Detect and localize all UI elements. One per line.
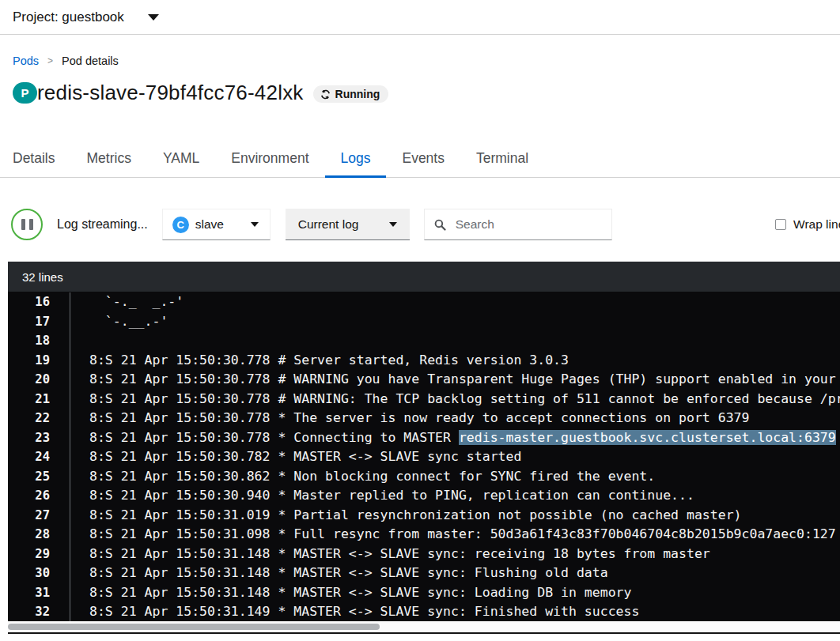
log-line-text: 8:S 21 Apr 15:50:31.148 * MASTER <-> SLA…: [70, 583, 840, 603]
log-line-number: 16: [8, 292, 50, 312]
log-controls: Log streaming... C slave Current log Wra…: [0, 209, 840, 240]
log-body: 16 `-._ _.-'17 `-.__.-'18198:S 21 Apr 15…: [8, 292, 840, 621]
container-select-value: slave: [195, 217, 224, 232]
log-line: 18: [8, 331, 840, 351]
magnifier-icon: [434, 219, 446, 231]
breadcrumb: Pods > Pod details: [0, 35, 840, 68]
log-line-number: 31: [8, 583, 50, 603]
log-line-text: 8:S 21 Apr 15:50:30.778 # WARNING: The T…: [70, 390, 840, 409]
sync-arrows-icon: [320, 89, 331, 100]
log-line-text: 8:S 21 Apr 15:50:31.019 * Partial resync…: [70, 506, 840, 526]
log-type-select-value: Current log: [298, 217, 359, 232]
log-line-number: 30: [8, 564, 50, 583]
log-line-number: 19: [8, 351, 50, 371]
log-line: 298:S 21 Apr 15:50:31.148 * MASTER <-> S…: [8, 545, 840, 564]
caret-down-icon: [251, 222, 259, 227]
log-line: 258:S 21 Apr 15:50:30.862 * Non blocking…: [8, 467, 840, 487]
log-line: 288:S 21 Apr 15:50:31.098 * Full resync …: [8, 525, 840, 545]
tab-metrics[interactable]: Metrics: [71, 140, 147, 178]
log-line-text: 8:S 21 Apr 15:50:30.778 * Connecting to …: [70, 428, 840, 448]
wrap-lines-checkbox[interactable]: [775, 219, 786, 230]
log-line: 308:S 21 Apr 15:50:31.148 * MASTER <-> S…: [8, 564, 840, 583]
log-viewer-header: 32 lines: [8, 262, 840, 292]
log-line: 248:S 21 Apr 15:50:30.782 * MASTER <-> S…: [8, 447, 840, 467]
log-search-highlight: redis-master.guestbook.svc.clusterset.lo…: [459, 430, 836, 445]
breadcrumb-pods-link[interactable]: Pods: [13, 55, 39, 67]
status-badge: Running: [313, 85, 389, 103]
log-line: 238:S 21 Apr 15:50:30.778 * Connecting t…: [8, 428, 840, 448]
log-line: 268:S 21 Apr 15:50:30.940 * Master repli…: [8, 486, 840, 506]
pod-details-page: { "topbar": { "project_label": "Project:…: [0, 0, 840, 641]
log-line-text: `-._ _.-': [70, 292, 840, 312]
log-line-number: 18: [8, 331, 50, 351]
log-line-text: 8:S 21 Apr 15:50:30.778 # WARNING you ha…: [70, 370, 840, 390]
container-resource-icon: C: [172, 217, 189, 233]
tab-details[interactable]: Details: [13, 140, 71, 178]
log-search-input[interactable]: [454, 217, 602, 232]
log-line-text: `-.__.-': [70, 312, 840, 332]
log-line-text: 8:S 21 Apr 15:50:31.148 * MASTER <-> SLA…: [70, 545, 840, 564]
log-line-text: 8:S 21 Apr 15:50:31.098 * Full resync fr…: [70, 525, 840, 545]
log-line-text: 8:S 21 Apr 15:50:31.148 * MASTER <-> SLA…: [70, 564, 840, 583]
log-line-text: [70, 331, 840, 351]
horizontal-scrollbar[interactable]: [8, 621, 840, 632]
tab-events[interactable]: Events: [386, 140, 460, 178]
masthead-project-bar: Project: guestbook: [0, 0, 840, 35]
log-line-count: 32 lines: [22, 270, 63, 284]
tab-environment[interactable]: Environment: [215, 140, 324, 178]
page-header: P redis-slave-79bf4fcc76-42lxk Running: [0, 78, 840, 107]
log-line-number: 24: [8, 447, 50, 467]
log-line: 218:S 21 Apr 15:50:30.778 # WARNING: The…: [8, 390, 840, 409]
wrap-lines-control: Wrap lines: [775, 217, 840, 232]
log-streaming-status: Log streaming...: [57, 217, 148, 232]
log-line-text: 8:S 21 Apr 15:50:30.778 # Server started…: [70, 351, 840, 371]
log-line-number: 23: [8, 428, 50, 448]
log-line-number: 21: [8, 390, 50, 409]
log-line-number: 28: [8, 525, 50, 545]
log-viewer: 32 lines 16 `-._ _.-'17 `-.__.-'18198:S …: [8, 262, 840, 634]
tab-yaml[interactable]: YAML: [147, 140, 215, 178]
tab-logs[interactable]: Logs: [325, 140, 387, 178]
project-selector-label: Project: guestbook: [13, 9, 124, 25]
log-line: 17 `-.__.-': [8, 312, 840, 332]
log-line: 198:S 21 Apr 15:50:30.778 # Server start…: [8, 351, 840, 371]
log-search-box: [424, 209, 612, 240]
log-line: 16 `-._ _.-': [8, 292, 840, 312]
log-line-text: 8:S 21 Apr 15:50:30.782 * MASTER <-> SLA…: [70, 447, 840, 467]
log-line-number: 25: [8, 467, 50, 487]
log-line-number: 32: [8, 602, 50, 621]
status-badge-label: Running: [335, 88, 380, 100]
pause-icon: [29, 219, 33, 230]
page-title: redis-slave-79bf4fcc76-42lxk: [37, 81, 304, 105]
log-line-number: 22: [8, 409, 50, 428]
wrap-lines-label[interactable]: Wrap lines: [793, 217, 840, 232]
log-line-text: 8:S 21 Apr 15:50:30.778 * The server is …: [70, 409, 840, 428]
caret-down-icon: [148, 14, 159, 21]
log-line: 328:S 21 Apr 15:50:31.149 * MASTER <-> S…: [8, 602, 840, 621]
angle-right-icon: >: [47, 55, 53, 66]
log-line-number: 27: [8, 506, 50, 526]
log-line: 318:S 21 Apr 15:50:31.148 * MASTER <-> S…: [8, 583, 840, 603]
project-selector[interactable]: Project: guestbook: [13, 9, 159, 25]
log-line: 228:S 21 Apr 15:50:30.778 * The server i…: [8, 409, 840, 428]
log-line-text: 8:S 21 Apr 15:50:31.149 * MASTER <-> SLA…: [70, 602, 840, 621]
log-line-number: 17: [8, 312, 50, 332]
scrollbar-thumb[interactable]: [8, 624, 380, 630]
pause-icon: [21, 219, 25, 230]
log-type-select[interactable]: Current log: [286, 209, 410, 240]
log-line-text: 8:S 21 Apr 15:50:30.862 * Non blocking c…: [70, 467, 840, 487]
log-line-number: 29: [8, 545, 50, 564]
log-line: 208:S 21 Apr 15:50:30.778 # WARNING you …: [8, 370, 840, 390]
tab-terminal[interactable]: Terminal: [460, 140, 544, 178]
caret-down-icon: [389, 222, 397, 227]
pod-resource-icon: P: [13, 82, 37, 104]
log-line: 278:S 21 Apr 15:50:31.019 * Partial resy…: [8, 506, 840, 526]
log-line-text: 8:S 21 Apr 15:50:30.940 * Master replied…: [70, 486, 840, 506]
log-line-number: 20: [8, 370, 50, 390]
pause-log-streaming-button[interactable]: [11, 209, 43, 240]
breadcrumb-current: Pod details: [62, 55, 119, 67]
log-line-number: 26: [8, 486, 50, 506]
container-select[interactable]: C slave: [162, 209, 271, 240]
tabs: DetailsMetricsYAMLEnvironmentLogsEventsT…: [0, 140, 840, 178]
